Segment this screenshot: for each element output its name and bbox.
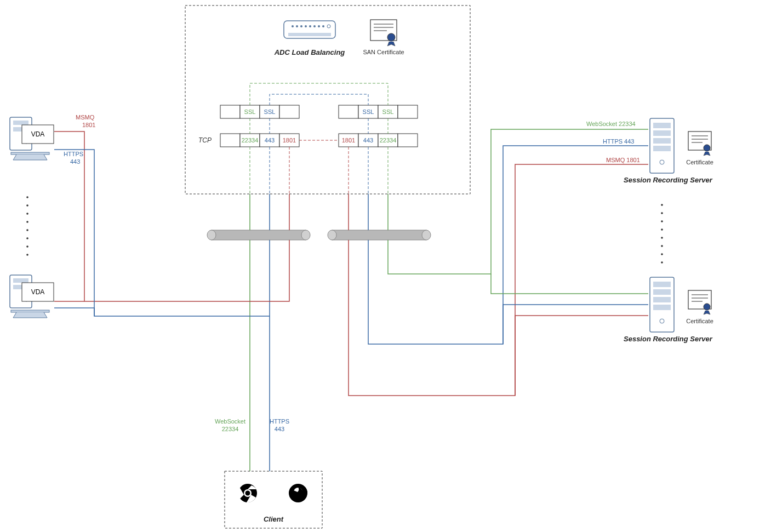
svg-rect-38 (398, 134, 418, 147)
svg-point-108 (661, 237, 663, 239)
adc-title: ADC Load Balancing (274, 48, 345, 56)
link-srs1-ws (388, 129, 648, 274)
link-vda2-https (54, 308, 94, 316)
svg-text:SSL: SSL (264, 108, 276, 115)
vda-msmq-label: MSMQ (76, 114, 95, 121)
svg-text:1801: 1801 (342, 137, 355, 144)
svg-rect-94 (653, 123, 671, 128)
tcp-label: TCP (198, 136, 212, 144)
link-srs1-msmq (349, 164, 648, 396)
svg-rect-16 (220, 105, 240, 118)
adc-tcp-row-right: 1801 443 22334 (339, 134, 418, 147)
adc-ssl-row-right: SSL SSL (339, 105, 418, 118)
srs-ws-label: WebSocket 22334 (586, 121, 636, 127)
vda-https-label: HTTPS (64, 151, 83, 157)
srs-top (650, 118, 674, 173)
adc-ssl-dash-1 (250, 83, 388, 105)
pipe-right (328, 230, 431, 240)
svg-rect-116 (653, 305, 671, 310)
svg-point-57 (422, 230, 431, 240)
svg-point-4 (300, 25, 302, 27)
client-https-label: HTTPS (270, 418, 289, 425)
adc-device-icon (284, 21, 335, 38)
svg-text:VDA: VDA (31, 288, 45, 296)
chrome-icon (237, 484, 257, 502)
link-srs2-ws (491, 274, 648, 294)
pipe-left (207, 230, 310, 240)
svg-rect-22 (339, 105, 358, 118)
svg-point-110 (661, 253, 663, 255)
svg-point-90 (245, 491, 250, 496)
svg-text:22334: 22334 (380, 137, 397, 144)
srs-top-cert-label: Certificate (686, 159, 713, 165)
svg-rect-28 (220, 134, 240, 147)
client-ws-port: 22334 (222, 426, 239, 432)
svg-text:VDA: VDA (31, 130, 45, 138)
svg-rect-1 (288, 33, 331, 36)
srs-bottom-cert-icon (688, 290, 711, 314)
client-https-port: 443 (275, 426, 284, 432)
client-label: Client (264, 515, 284, 523)
svg-rect-115 (653, 297, 671, 302)
link-srs1-https (368, 146, 648, 344)
svg-rect-82 (13, 278, 28, 283)
svg-point-122 (704, 304, 710, 310)
svg-text:SSL: SSL (363, 108, 374, 115)
svg-text:22334: 22334 (242, 137, 259, 144)
srs-top-label: Session Recording Server (624, 176, 713, 184)
svg-point-111 (661, 261, 663, 264)
srs-bottom-label: Session Recording Server (624, 335, 713, 343)
svg-rect-87 (11, 310, 49, 312)
svg-rect-113 (653, 282, 671, 287)
svg-text:443: 443 (363, 137, 373, 144)
svg-point-2 (292, 25, 294, 27)
svg-point-78 (26, 237, 28, 239)
vda-https-port: 443 (70, 158, 80, 165)
srs-top-cert-icon (688, 131, 711, 156)
vda-ellipsis (26, 196, 28, 256)
svg-rect-52 (212, 230, 306, 240)
vda-top: VDA (10, 117, 54, 160)
svg-text:443: 443 (265, 137, 275, 144)
adc-ssl-row-left: SSL SSL (220, 105, 299, 118)
srs-https-label: HTTPS 443 (603, 138, 634, 145)
svg-point-8 (318, 25, 320, 27)
svg-point-53 (207, 230, 216, 240)
diagram-canvas: ADC Load Balancing SAN Certificate SSL S… (0, 0, 771, 532)
svg-point-75 (26, 213, 28, 215)
svg-point-6 (309, 25, 311, 27)
link-srs2-msmq (515, 316, 648, 396)
svg-rect-95 (653, 130, 671, 136)
svg-point-73 (26, 196, 28, 198)
svg-point-74 (26, 204, 28, 207)
svg-point-80 (26, 254, 28, 256)
san-cert-icon (370, 20, 397, 46)
srs-bottom (650, 277, 674, 332)
svg-text:SSL: SSL (244, 108, 256, 115)
svg-rect-25 (398, 105, 418, 118)
svg-rect-96 (653, 138, 671, 144)
svg-point-56 (328, 230, 336, 240)
adc-ssl-dash-2 (270, 94, 368, 105)
svg-point-3 (296, 25, 298, 27)
svg-text:SSL: SSL (382, 108, 394, 115)
vda-msmq-port: 1801 (82, 122, 95, 128)
svg-point-105 (661, 212, 663, 214)
svg-rect-19 (279, 105, 299, 118)
svg-point-76 (26, 221, 28, 223)
srs-msmq-label: MSMQ 1801 (606, 157, 640, 163)
svg-point-9 (322, 25, 324, 27)
svg-point-104 (661, 204, 663, 206)
firefox-icon (289, 484, 307, 502)
svg-point-107 (661, 228, 663, 231)
adc-tcp-row-left: 22334 443 1801 (220, 134, 299, 147)
svg-rect-114 (653, 289, 671, 295)
svg-point-5 (305, 25, 307, 27)
svg-rect-67 (13, 121, 28, 125)
link-vda1-msmq (54, 131, 289, 301)
srs-ellipsis (661, 204, 663, 264)
svg-text:1801: 1801 (283, 137, 296, 144)
srs-bottom-cert-label: Certificate (686, 318, 713, 324)
svg-point-7 (313, 25, 316, 27)
svg-point-15 (387, 33, 395, 41)
